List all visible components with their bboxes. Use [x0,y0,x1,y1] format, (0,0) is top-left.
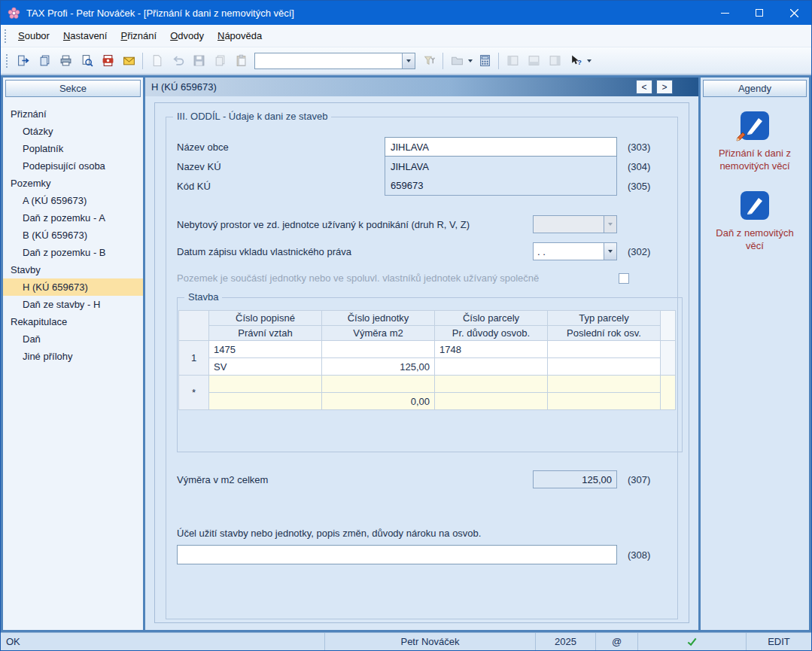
sidebar-item-priznani[interactable]: Přiznání [3,105,143,123]
exit-button[interactable] [14,51,33,71]
col-header-pravni-vztah: Právní vztah [209,326,322,341]
close-button[interactable] [777,1,811,25]
status-user: Petr Nováček [325,633,536,650]
paste-button[interactable] [231,51,251,71]
panel-left-button[interactable] [503,51,522,71]
context-help-button[interactable]: ? [566,51,585,71]
table-end-cell [661,341,676,376]
sidebar-item-poplatnik[interactable]: Poplatník [3,140,143,157]
sidebar-item-otazky[interactable]: Otázky [3,123,143,140]
sidebar-item-podepisujici-osoba[interactable]: Podepisující osoba [3,157,143,175]
sidebar-item-dan[interactable]: Daň [3,330,143,348]
table-cell[interactable] [548,393,661,410]
toolbar-search-dropdown-button[interactable] [402,53,415,68]
table-cell[interactable] [322,376,435,393]
ucel-input[interactable] [177,545,617,564]
nazev-ku-code: (304) [628,161,662,172]
table-cell[interactable] [548,376,661,393]
table-cell[interactable] [209,393,322,410]
datum-zapisu-label: Datum zápisu vkladu vlastnického práva [177,246,351,257]
menu-odvody[interactable]: Odvody [163,26,211,45]
email-button[interactable] [119,51,138,71]
table-cell[interactable] [548,341,661,358]
save-button[interactable] [189,51,208,71]
sidebar-item-stavby[interactable]: Stavby [3,261,143,278]
table-cell[interactable]: 1748 [435,341,548,358]
open-agenda-dropdown[interactable] [467,59,474,62]
calculator-icon [479,54,491,67]
table-new-row-line-2: 0,00 [179,393,676,410]
context-help-dropdown[interactable] [585,59,593,62]
menu-priznani[interactable]: Přiznání [114,26,163,45]
table-corner-cell [179,311,209,341]
nebytovy-combobox[interactable] [533,215,617,233]
copy-button[interactable] [210,51,230,71]
panel-bottom-button[interactable] [524,51,543,71]
sections-tree: Přiznání Otázky Poplatník Podepisující o… [3,99,143,365]
menu-napoveda[interactable]: Nápověda [211,26,269,45]
filter-button[interactable] [419,51,439,71]
table-cell[interactable] [435,393,548,410]
nazev-ku-value: JIHLAVA [385,157,617,176]
nazev-obce-input[interactable]: JIHLAVA [385,137,617,157]
panel-right-icon [549,54,561,67]
sidebar-item-a-ku-659673[interactable]: A (KÚ 659673) [3,192,143,209]
chevron-down-icon [587,59,592,62]
spoluvlastnictvi-checkbox[interactable] [619,273,629,284]
sidebar-item-dan-z-pozemku-b[interactable]: Daň z pozemku - B [3,244,143,261]
table-row-1-line-2: SV 125,00 [179,358,676,376]
row-number: 1 [179,341,209,376]
app-flower-icon [8,7,20,20]
open-agenda-button[interactable] [447,51,467,71]
print-preview-button[interactable] [77,51,96,71]
content-area: H (KÚ 659673) < > III. ODDÍL - Údaje k d… [145,78,698,630]
pdf-icon [102,54,114,67]
table-cell[interactable] [435,358,548,376]
col-header-typ-parcely: Typ parcely [548,311,661,326]
undo-button[interactable] [168,51,187,71]
table-cell[interactable]: 125,00 [322,358,435,376]
toolbar: ? [1,47,811,75]
table-cell[interactable] [435,376,548,393]
table-cell[interactable] [548,358,661,376]
oddil-group-label: III. ODDÍL - Údaje k dani ze staveb [173,111,331,122]
sidebar-item-dan-ze-stavby-h[interactable]: Daň ze stavby - H [3,296,143,313]
toolbar-search-combobox[interactable] [254,53,415,69]
sidebar-item-jine-prilohy[interactable]: Jiné přílohy [3,348,143,365]
calculator-button[interactable] [475,51,494,71]
print-button[interactable] [56,51,75,71]
check-icon [686,636,698,647]
sidebar-item-h-ku-659673[interactable]: H (KÚ 659673) [3,278,143,296]
agenda-dan-z-nemovitych[interactable]: Daň z nemovitých věcí [701,190,809,253]
table-cell[interactable]: SV [209,358,322,376]
sidebar-item-rekapitulace[interactable]: Rekapitulace [3,313,143,330]
pdf-export-button[interactable] [98,51,117,71]
chevron-down-icon [608,223,613,226]
duplicate-button[interactable] [35,51,54,71]
table-cell[interactable]: 0,00 [322,393,435,410]
datum-zapisu-value[interactable]: . . [534,243,604,260]
col-header-cislo-popisne: Číslo popisné [209,311,322,326]
prev-record-button[interactable]: < [636,80,652,94]
new-record-button[interactable] [147,51,166,71]
preview-icon [81,54,93,67]
menu-nastaveni[interactable]: Nastavení [56,26,114,45]
panel-bottom-icon [528,54,540,67]
agenda-priznani-k-dani[interactable]: Přiznání k dani z nemovitých věcí [701,110,809,173]
table-cell[interactable] [209,376,322,393]
datum-zapisu-dropdown-button[interactable] [604,243,616,260]
table-cell[interactable] [322,341,435,358]
table-cell[interactable]: 1475 [209,341,322,358]
total-label: Výměra v m2 celkem [177,474,268,485]
maximize-button[interactable] [742,1,777,25]
next-record-button[interactable]: > [656,80,673,94]
sidebar-item-b-ku-659673[interactable]: B (KÚ 659673) [3,227,143,244]
sidebar-item-dan-z-pozemku-a[interactable]: Daň z pozemku - A [3,209,143,227]
form-panel: III. ODDÍL - Údaje k dani ze staveb Náze… [154,102,689,623]
minimize-button[interactable] [707,1,742,25]
datum-zapisu-combobox[interactable]: . . [533,242,617,260]
sidebar-item-pozemky[interactable]: Pozemky [3,175,143,192]
nebytovy-dropdown-button[interactable] [604,216,616,233]
menu-soubor[interactable]: Soubor [11,26,56,45]
panel-right-button[interactable] [545,51,564,71]
